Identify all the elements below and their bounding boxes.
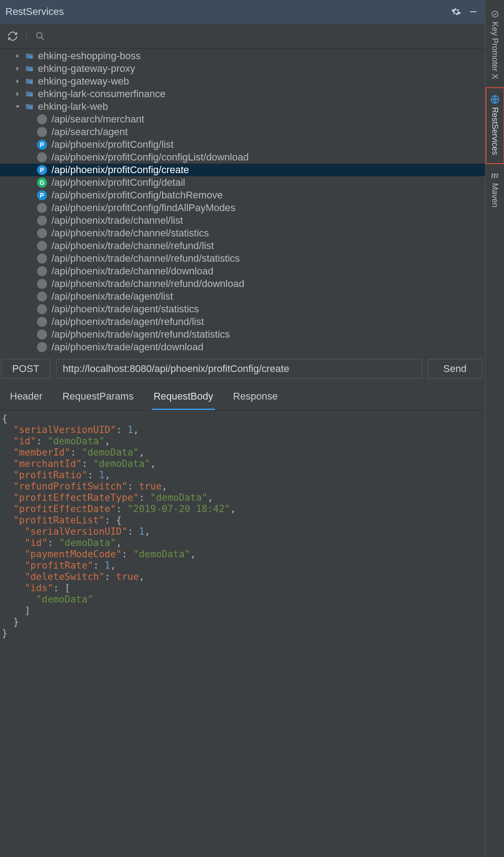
svg-rect-10 (26, 79, 29, 80)
tree-folder[interactable]: ehking-eshopping-boss (0, 50, 485, 62)
rest-services-icon (490, 94, 500, 104)
tree-folder[interactable]: ehking-lark-web (0, 100, 485, 113)
rail-item-rest-services[interactable]: RestServices (485, 87, 504, 164)
tree-endpoint-label: /api/phoenix/profitConfig/configList/dow… (51, 151, 249, 164)
tree-endpoint-label: /api/phoenix/profitConfig/list (51, 138, 173, 151)
svg-rect-5 (30, 56, 33, 58)
folder-icon (24, 102, 34, 112)
http-method-badge: P (37, 165, 47, 175)
tree-endpoint-label: /api/phoenix/trade/agent/list (51, 290, 173, 303)
tree-endpoint[interactable]: /api/phoenix/trade/agent/refund/list (0, 315, 485, 328)
chevron-down-icon[interactable] (14, 103, 22, 111)
http-method-badge (37, 241, 47, 251)
svg-rect-8 (30, 69, 33, 71)
http-method-badge (37, 216, 47, 226)
search-icon[interactable] (34, 30, 47, 42)
tree-endpoint[interactable]: P/api/phoenix/profitConfig/create (0, 164, 485, 176)
toolbar (0, 24, 485, 49)
tree-folder[interactable]: ehking-lark-consumerfinance (0, 88, 485, 100)
http-method-badge (37, 317, 47, 327)
http-method-badge: P (37, 140, 47, 150)
http-method-badge: G (37, 178, 47, 188)
tab-response[interactable]: Response (231, 388, 280, 410)
tree-endpoint[interactable]: /api/phoenix/trade/channel/download (0, 265, 485, 278)
request-tabs: HeaderRequestParamsRequestBodyResponse (0, 383, 485, 410)
folder-icon (24, 51, 34, 61)
http-method-badge (37, 279, 47, 289)
maven-icon: m (490, 170, 500, 180)
chevron-right-icon[interactable] (14, 65, 22, 73)
service-tree: ehking-eshopping-bossehking-gateway-prox… (0, 49, 485, 355)
tool-window-rail: Key Promoter XRestServicesmMaven (485, 0, 504, 857)
http-method-badge (37, 203, 47, 213)
tree-endpoint[interactable]: G/api/phoenix/profitConfig/detail (0, 176, 485, 189)
svg-point-18 (492, 11, 498, 17)
tree-endpoint-label: /api/phoenix/profitConfig/create (51, 164, 189, 176)
rail-item-key-promoter[interactable]: Key Promoter X (485, 3, 504, 87)
tree-endpoint[interactable]: /api/phoenix/trade/channel/list (0, 214, 485, 227)
tree-endpoint[interactable]: P/api/phoenix/profitConfig/batchRemove (0, 189, 485, 202)
tree-endpoint-label: /api/search/agent (51, 126, 128, 138)
tree-folder[interactable]: ehking-gateway-web (0, 75, 485, 88)
tree-endpoint-label: /api/phoenix/trade/channel/download (51, 265, 213, 278)
http-method-badge (37, 342, 47, 352)
tree-endpoint[interactable]: /api/phoenix/trade/channel/refund/statis… (0, 252, 485, 265)
tree-endpoint[interactable]: /api/phoenix/trade/channel/statistics (0, 227, 485, 240)
svg-rect-16 (26, 104, 29, 105)
tree-endpoint-label: /api/phoenix/trade/channel/list (51, 214, 183, 227)
http-method-badge (37, 304, 47, 314)
tree-folder-label: ehking-gateway-proxy (38, 62, 135, 75)
tree-endpoint-label: /api/phoenix/profitConfig/batchRemove (51, 189, 223, 202)
tree-endpoint-label: /api/phoenix/trade/agent/refund/statisti… (51, 328, 230, 341)
tree-endpoint[interactable]: /api/phoenix/profitConfig/configList/dow… (0, 151, 485, 164)
chevron-right-icon[interactable] (14, 52, 22, 60)
rail-item-label: Key Promoter X (490, 22, 499, 79)
tree-endpoint-label: /api/phoenix/trade/channel/refund/statis… (51, 252, 240, 265)
http-method-select[interactable]: POST (1, 359, 51, 379)
http-method-badge (37, 152, 47, 162)
send-button[interactable]: Send (428, 359, 482, 379)
rail-item-label: RestServices (490, 107, 499, 155)
request-body-editor[interactable]: { "serialVersionUID": 1, "id": "demoData… (0, 410, 485, 857)
tree-endpoint[interactable]: /api/phoenix/trade/agent/statistics (0, 303, 485, 315)
tree-endpoint[interactable]: P/api/phoenix/profitConfig/list (0, 138, 485, 151)
tree-endpoint-label: /api/phoenix/profitConfig/findAllPayMode… (51, 202, 235, 214)
key-promoter-icon (490, 9, 500, 19)
tree-endpoint-label: /api/search/merchant (51, 113, 144, 126)
tree-folder-label: ehking-lark-consumerfinance (38, 88, 165, 100)
refresh-button[interactable] (6, 30, 19, 42)
tree-endpoint[interactable]: /api/phoenix/trade/channel/refund/list (0, 240, 485, 252)
tree-endpoint[interactable]: /api/phoenix/trade/agent/refund/statisti… (0, 328, 485, 341)
tree-endpoint[interactable]: /api/phoenix/trade/agent/list (0, 290, 485, 303)
chevron-right-icon[interactable] (14, 90, 22, 98)
svg-rect-17 (30, 107, 33, 109)
svg-line-2 (42, 37, 44, 40)
tree-endpoint[interactable]: /api/phoenix/trade/agent/download (0, 341, 485, 353)
http-method-badge (37, 266, 47, 276)
rail-item-label: Maven (490, 183, 499, 207)
window-title: RestServices (5, 6, 445, 18)
http-method-badge (37, 292, 47, 301)
tree-endpoint[interactable]: /api/phoenix/trade/channel/refund/downlo… (0, 278, 485, 290)
http-method-badge (37, 254, 47, 264)
tree-folder[interactable]: ehking-gateway-proxy (0, 62, 485, 75)
svg-point-1 (37, 33, 42, 38)
http-method-badge (37, 114, 47, 124)
tab-requestparams[interactable]: RequestParams (61, 388, 135, 410)
tab-header[interactable]: Header (8, 388, 44, 410)
tree-folder-label: ehking-lark-web (38, 100, 108, 113)
tab-requestbody[interactable]: RequestBody (152, 388, 215, 410)
toolbar-divider (26, 30, 27, 42)
request-url-input[interactable] (56, 359, 422, 379)
rail-item-maven[interactable]: mMaven (485, 164, 504, 216)
minimize-icon[interactable] (467, 5, 480, 18)
tree-endpoint-label: /api/phoenix/trade/agent/statistics (51, 303, 199, 315)
tree-endpoint[interactable]: /api/phoenix/profitConfig/findAllPayMode… (0, 202, 485, 214)
gear-icon[interactable] (450, 5, 462, 18)
tree-endpoint[interactable]: /api/search/merchant (0, 113, 485, 126)
tree-endpoint-label: /api/phoenix/trade/agent/download (51, 341, 203, 353)
http-method-badge (37, 127, 47, 137)
titlebar: RestServices (0, 0, 485, 24)
chevron-right-icon[interactable] (14, 77, 22, 85)
tree-endpoint[interactable]: /api/search/agent (0, 126, 485, 138)
